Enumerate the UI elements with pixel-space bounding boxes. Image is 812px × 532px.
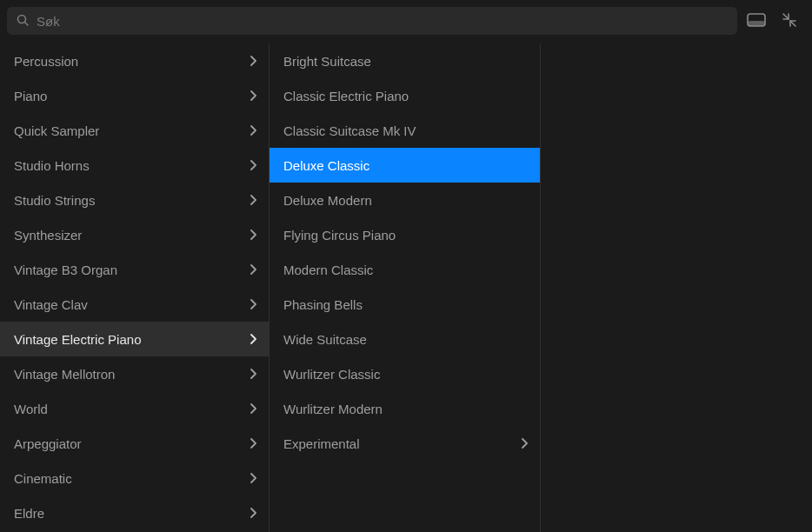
chevron-right-icon (250, 438, 256, 449)
list-item[interactable]: Experimental (270, 426, 540, 461)
chevron-right-icon (250, 508, 256, 518)
list-item[interactable]: Eldre (0, 495, 269, 530)
list-item[interactable]: Cinematic (0, 461, 269, 495)
list-item-label: Wide Suitcase (283, 332, 367, 347)
chevron-right-icon (250, 334, 256, 344)
list-item-label: Percussion (14, 54, 78, 69)
list-item-label: Experimental (283, 436, 360, 451)
list-item[interactable]: World (0, 391, 269, 426)
list-item[interactable]: Wide Suitcase (270, 322, 540, 356)
list-item[interactable]: Classic Electric Piano (270, 78, 540, 113)
list-item[interactable]: Vintage Mellotron (0, 356, 269, 391)
list-item[interactable]: Vintage Electric Piano (0, 322, 269, 356)
browser-columns: PercussionPianoQuick SamplerStudio Horns… (0, 43, 812, 532)
list-item-label: Vintage Clav (14, 297, 88, 312)
list-item-label: Vintage Mellotron (14, 367, 115, 382)
chevron-right-icon (250, 229, 256, 240)
list-item-label: World (14, 402, 48, 416)
list-item[interactable]: Phasing Bells (270, 287, 540, 322)
list-item-label: Deluxe Classic (283, 158, 369, 173)
list-item[interactable]: Arpeggiator (0, 426, 269, 461)
chevron-right-icon (250, 403, 256, 414)
list-item-label: Modern Classic (283, 263, 373, 277)
list-item-label: Eldre (14, 506, 44, 521)
list-item-label: Bright Suitcase (283, 54, 371, 69)
list-item-label: Wurlitzer Modern (283, 402, 383, 416)
list-item[interactable]: Studio Strings (0, 183, 269, 217)
top-buttons (746, 10, 805, 31)
top-bar (0, 0, 812, 43)
search-input[interactable] (37, 14, 729, 29)
chevron-right-icon (250, 125, 256, 136)
list-item[interactable]: Quick Sampler (0, 113, 269, 148)
list-item-label: Piano (14, 89, 47, 103)
list-item-label: Arpeggiator (14, 436, 82, 451)
list-item-label: Studio Horns (14, 158, 90, 173)
svg-rect-3 (748, 21, 765, 26)
chevron-right-icon (250, 264, 256, 275)
collapse-icon (782, 12, 797, 30)
list-item[interactable]: Piano (0, 78, 269, 113)
list-item-label: Studio Strings (14, 193, 95, 208)
chevron-right-icon (250, 369, 256, 379)
list-item[interactable]: Synthesizer (0, 217, 269, 252)
svg-line-1 (25, 22, 29, 25)
subcategory-column: Bright SuitcaseClassic Electric PianoCla… (270, 43, 541, 532)
search-icon (16, 13, 30, 30)
list-item[interactable]: Wurlitzer Modern (270, 391, 540, 426)
chevron-right-icon (521, 438, 528, 449)
chevron-right-icon (250, 195, 256, 205)
detail-column (541, 43, 812, 532)
list-item[interactable]: Percussion (0, 43, 269, 78)
list-item-label: Quick Sampler (14, 123, 99, 138)
list-item-label: Deluxe Modern (283, 193, 372, 208)
list-item[interactable]: Flying Circus Piano (270, 217, 540, 252)
list-item[interactable]: Vintage B3 Organ (0, 252, 269, 287)
list-item[interactable]: Vintage Clav (0, 287, 269, 322)
list-item[interactable]: Classic Suitcase Mk IV (270, 113, 540, 148)
list-item[interactable]: Studio Horns (0, 148, 269, 183)
list-item-label: Synthesizer (14, 228, 82, 243)
list-item-label: Classic Suitcase Mk IV (283, 123, 416, 138)
list-item[interactable]: Modern Classic (270, 252, 540, 287)
list-item-label: Vintage Electric Piano (14, 332, 141, 347)
search-field-wrap[interactable] (7, 7, 737, 35)
chevron-right-icon (250, 56, 256, 66)
list-item-label: Vintage B3 Organ (14, 263, 117, 277)
list-item-label: Cinematic (14, 471, 72, 486)
category-column: PercussionPianoQuick SamplerStudio Horns… (0, 43, 270, 532)
chevron-right-icon (250, 160, 256, 170)
list-item[interactable]: Deluxe Classic (270, 148, 540, 183)
panel-icon (747, 13, 766, 30)
panel-toggle-button[interactable] (746, 10, 767, 31)
list-item[interactable]: Deluxe Modern (270, 183, 540, 217)
chevron-right-icon (250, 473, 256, 483)
chevron-right-icon (250, 90, 256, 101)
list-item-label: Flying Circus Piano (283, 228, 396, 243)
list-item-label: Classic Electric Piano (283, 89, 409, 103)
list-item[interactable]: Wurlitzer Classic (270, 356, 540, 391)
list-item-label: Phasing Bells (283, 297, 363, 312)
collapse-button[interactable] (779, 10, 800, 31)
list-item[interactable]: Bright Suitcase (270, 43, 540, 78)
chevron-right-icon (250, 299, 256, 309)
list-item-label: Wurlitzer Classic (283, 367, 380, 382)
